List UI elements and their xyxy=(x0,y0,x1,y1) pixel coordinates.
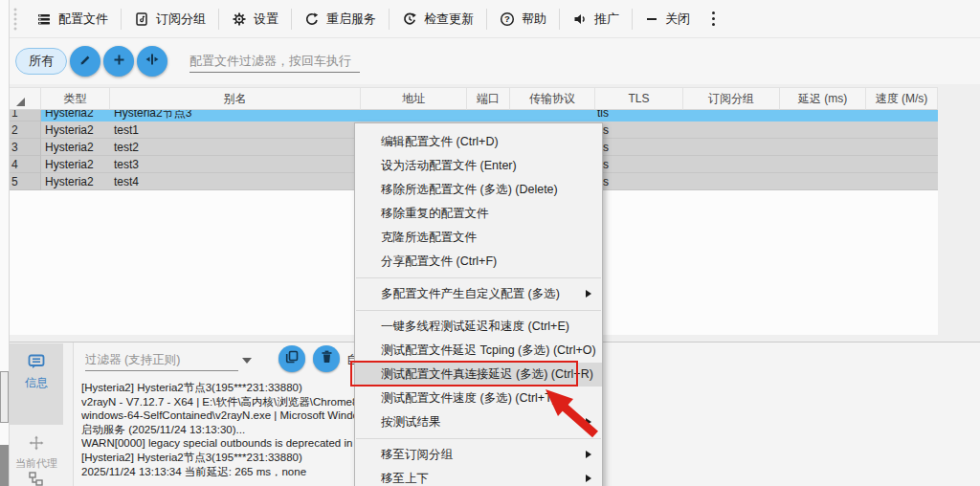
add-profile-button[interactable] xyxy=(103,46,134,77)
cell-subgroup[interactable] xyxy=(683,173,780,190)
update-clock-icon xyxy=(402,11,417,27)
close-button[interactable]: 关闭 xyxy=(633,5,702,33)
cell-speed[interactable] xyxy=(866,173,938,190)
cell-subgroup[interactable] xyxy=(683,156,780,173)
cell-type[interactable]: Hysteria2 xyxy=(41,173,110,190)
cell-tls[interactable]: tls xyxy=(595,139,683,156)
cell-alias[interactable]: test1 xyxy=(110,122,361,139)
check-update-button[interactable]: 检查更新 xyxy=(390,5,486,33)
menu-item-remove-duplicates[interactable]: 移除重复的配置文件 xyxy=(355,202,602,226)
tab-info[interactable]: 信息 xyxy=(10,343,63,425)
tab-current-proxy-label: 当前代理 xyxy=(15,456,57,471)
col-header-type[interactable]: 类型 xyxy=(41,87,110,110)
cell-tls[interactable]: tls xyxy=(595,156,683,173)
restart-icon xyxy=(304,11,320,27)
cell-speed[interactable] xyxy=(866,139,938,156)
menu-item-multithread-test[interactable]: 一键多线程测试延迟和速度 (Ctrl+E) xyxy=(355,315,602,339)
row-number[interactable]: 2 xyxy=(10,122,41,139)
network-nodes-icon xyxy=(28,475,45,486)
scrollbar-thumb[interactable] xyxy=(0,371,9,423)
copy-icon xyxy=(285,350,299,367)
menu-item-share-profile[interactable]: 分享配置文件 (Ctrl+F) xyxy=(355,250,602,274)
group-chip-all[interactable]: 所有 xyxy=(15,48,67,75)
restart-service-button[interactable]: 重启服务 xyxy=(292,5,389,33)
copy-log-button[interactable] xyxy=(278,345,305,372)
gear-icon xyxy=(232,11,247,27)
subscription-button-label: 订阅分组 xyxy=(156,11,206,28)
col-header-transport[interactable]: 传输协议 xyxy=(510,87,595,110)
scrollbar-track-end xyxy=(0,445,9,486)
cell-delay[interactable] xyxy=(780,122,866,139)
promotion-button[interactable]: 推广 xyxy=(560,5,632,33)
cell-tls[interactable]: tls xyxy=(595,122,683,139)
cell-speed[interactable] xyxy=(866,122,938,139)
cell-type[interactable]: Hysteria2 xyxy=(41,156,110,173)
clear-log-button[interactable] xyxy=(313,345,340,372)
row-number[interactable]: 5 xyxy=(10,173,41,190)
col-header-speed[interactable]: 速度 (M/s) xyxy=(866,87,938,110)
col-header-tls[interactable]: TLS xyxy=(595,87,683,110)
col-header-port[interactable]: 端口 xyxy=(467,87,510,110)
menu-item-multi-custom-config[interactable]: 多配置文件产生自定义配置 (多选) xyxy=(355,282,602,306)
window-left-scrollbar xyxy=(0,0,10,486)
col-header-address[interactable]: 地址 xyxy=(361,87,467,110)
cell-subgroup[interactable] xyxy=(683,122,780,139)
cell-delay[interactable] xyxy=(780,139,866,156)
subscription-icon xyxy=(134,11,149,27)
plus-icon xyxy=(112,53,126,71)
tab-info-label: 信息 xyxy=(25,375,48,391)
toolbar-grip[interactable] xyxy=(12,8,18,31)
menu-item-set-active[interactable]: 设为活动配置文件 (Enter) xyxy=(355,154,602,178)
chat-bubble-icon xyxy=(28,354,45,373)
cell-alias[interactable]: test3 xyxy=(110,156,361,173)
col-header-subgroup[interactable]: 订阅分组 xyxy=(683,87,780,110)
col-header-alias[interactable]: 别名 xyxy=(110,87,361,110)
profile-filter-bar: 所有 xyxy=(10,38,980,84)
menu-item-clone-selected[interactable]: 克隆所选配置文件 xyxy=(355,226,602,250)
edit-profile-button[interactable] xyxy=(70,46,100,77)
select-all-corner[interactable] xyxy=(10,87,41,110)
profiles-button-label: 配置文件 xyxy=(58,11,108,28)
help-button-label: 帮助 xyxy=(522,11,546,28)
profile-filter-input[interactable] xyxy=(189,50,360,73)
cell-alias[interactable]: test2 xyxy=(110,139,361,156)
profiles-list-icon xyxy=(36,11,52,27)
chevron-down-icon xyxy=(242,358,252,364)
row-number[interactable]: 3 xyxy=(10,139,41,156)
menu-item-remove-selected[interactable]: 移除所选配置文件 (多选) (Delete) xyxy=(355,178,602,202)
check-update-button-label: 检查更新 xyxy=(424,11,474,28)
subscription-group-button[interactable]: 订阅分组 xyxy=(122,5,218,33)
help-icon: ? xyxy=(500,11,515,27)
menu-item-tcping-test[interactable]: 测试配置文件延迟 Tcping (多选) (Ctrl+O) xyxy=(355,339,602,363)
col-header-delay[interactable]: 延迟 (ms) xyxy=(780,87,866,110)
log-filter-input[interactable] xyxy=(85,348,238,371)
cell-delay[interactable] xyxy=(780,156,866,173)
menu-separator xyxy=(356,277,601,278)
move-arrows-icon xyxy=(29,435,44,454)
log-filter-combo[interactable] xyxy=(85,348,259,373)
settings-button[interactable]: 设置 xyxy=(219,5,291,33)
profiles-button[interactable]: 配置文件 xyxy=(24,5,121,33)
log-panel-tabs: 信息 当前代理 xyxy=(10,342,63,486)
main-toolbar: 配置文件 订阅分组 设置 重启服务 检查更新 ? 帮助 xyxy=(10,0,980,38)
tab-connections[interactable] xyxy=(28,472,45,486)
menu-item-edit-profile[interactable]: 编辑配置文件 (Ctrl+D) xyxy=(355,130,602,154)
cell-subgroup[interactable] xyxy=(683,139,780,156)
trash-icon xyxy=(321,350,333,367)
help-button[interactable]: ? 帮助 xyxy=(487,5,559,33)
menu-separator xyxy=(356,310,601,311)
cell-alias[interactable]: test4 xyxy=(110,173,361,190)
cell-delay[interactable] xyxy=(780,173,866,190)
more-menu-button[interactable] xyxy=(702,11,724,26)
restart-button-label: 重启服务 xyxy=(326,11,376,28)
cell-type[interactable]: Hysteria2 xyxy=(41,122,110,139)
promotion-button-label: 推广 xyxy=(594,11,619,28)
menu-item-move-up-down[interactable]: 移至上下 xyxy=(355,467,602,486)
sort-corner-icon xyxy=(16,98,25,106)
column-adjust-button[interactable] xyxy=(137,46,167,77)
cell-speed[interactable] xyxy=(866,156,938,173)
cell-type[interactable]: Hysteria2 xyxy=(41,139,110,156)
row-number[interactable]: 4 xyxy=(10,156,41,173)
cell-tls[interactable]: tls xyxy=(595,173,683,190)
speaker-icon xyxy=(572,11,588,27)
